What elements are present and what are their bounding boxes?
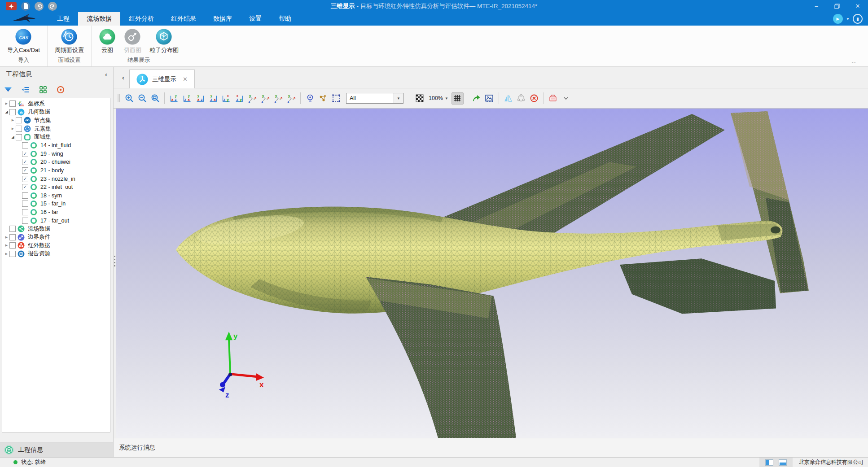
tree-item-几何数据[interactable]: ◢几何数据 xyxy=(2,108,110,117)
cancel-button[interactable] xyxy=(528,92,540,105)
tree-checkbox[interactable] xyxy=(16,117,22,123)
ribbon-collapse-icon[interactable]: ︿ xyxy=(851,58,856,65)
message-panel-header[interactable]: 系统运行消息 xyxy=(114,438,868,457)
expander-icon[interactable]: ▶ xyxy=(4,236,9,239)
menu-item-帮助[interactable]: 帮助 xyxy=(270,12,300,26)
sidebar-footer-bar[interactable]: 工程信息 xyxy=(0,442,113,457)
expander-icon[interactable]: ▶ xyxy=(4,252,9,256)
tree-checkbox[interactable] xyxy=(22,142,28,148)
tree-item-节点集[interactable]: ▶节点集 xyxy=(2,116,110,125)
ribbon-button-周期面设置[interactable]: 周期面设置 xyxy=(51,28,88,54)
viewport[interactable]: y x z xyxy=(114,109,868,438)
transparency-button[interactable] xyxy=(413,92,425,105)
expander-icon[interactable]: ▶ xyxy=(10,118,15,122)
view-iso-nw-button[interactable]: yzx xyxy=(259,92,271,105)
tree-checkbox[interactable]: ✓ xyxy=(22,167,28,174)
view-top-button[interactable]: zyx xyxy=(220,92,232,105)
tree-checkbox[interactable] xyxy=(22,209,28,215)
stamp-button[interactable] xyxy=(547,92,559,105)
tree-item-报告资源[interactable]: ▶报告资源 xyxy=(2,250,110,258)
view-front-button[interactable]: xzy xyxy=(168,92,180,105)
mirror-button[interactable] xyxy=(502,92,514,105)
zoom-level-combo[interactable]: 100%▼ xyxy=(429,95,448,101)
menu-item-工程[interactable]: 工程 xyxy=(48,12,78,26)
ring-pick-button[interactable] xyxy=(515,92,527,105)
tree-checkbox[interactable]: ✓ xyxy=(22,151,28,157)
undo-button[interactable] xyxy=(35,2,44,11)
minimize-button[interactable]: – xyxy=(806,0,827,12)
menu-item-流场数据[interactable]: 流场数据 xyxy=(78,12,120,26)
view-iso-se-button[interactable]: yzx xyxy=(272,92,284,105)
view-iso-sw-button[interactable]: yzx xyxy=(285,92,297,105)
expander-icon[interactable]: ◢ xyxy=(4,110,9,114)
expander-icon[interactable]: ▶ xyxy=(10,127,15,131)
layout-left-panel-icon[interactable] xyxy=(765,459,773,466)
tab-close-icon[interactable]: ✕ xyxy=(183,76,188,83)
tree-checkbox[interactable] xyxy=(9,242,16,249)
tree-item-14-int_fluid[interactable]: 14 - int_fluid xyxy=(2,141,110,150)
toolbar-grip[interactable] xyxy=(117,92,121,104)
tree-checkbox[interactable] xyxy=(22,192,28,199)
locate-target-icon[interactable] xyxy=(56,85,65,94)
view-iso-ne-button[interactable]: yzx xyxy=(246,92,258,105)
new-document-button[interactable] xyxy=(21,2,30,11)
tree-checkbox[interactable] xyxy=(9,109,16,115)
zoom-in-button[interactable] xyxy=(123,92,135,105)
snapshot-button[interactable] xyxy=(483,92,495,105)
zoom-caret-icon[interactable]: ▼ xyxy=(445,96,448,100)
tree-checkbox[interactable]: ✓ xyxy=(22,176,28,182)
ribbon-button-粒子分布图[interactable]: 粒子分布图 xyxy=(145,28,183,54)
3d-scene[interactable]: y x z xyxy=(116,109,868,438)
tree-item-17-far_out[interactable]: 17 - far_out xyxy=(2,216,110,225)
tree-item-22-inlet_out[interactable]: ✓22 - inlet_out xyxy=(2,183,110,192)
view-left-button[interactable]: xzy xyxy=(194,92,206,105)
expander-icon[interactable]: ◢ xyxy=(10,135,15,139)
view-bottom-button[interactable]: zyx xyxy=(233,92,245,105)
more-button[interactable] xyxy=(560,92,572,105)
outline-list-icon[interactable] xyxy=(21,85,30,94)
restore-button[interactable] xyxy=(827,0,847,12)
layout-bottom-panel-icon[interactable] xyxy=(779,459,787,466)
tree-checkbox[interactable]: ✓ xyxy=(22,184,28,190)
tree-item-元素集[interactable]: ▶元素集 xyxy=(2,125,110,133)
menu-item-红外结果[interactable]: 红外结果 xyxy=(162,12,205,26)
tab-scroll-left-icon[interactable]: ‹ xyxy=(122,74,124,81)
tree-checkbox[interactable] xyxy=(16,134,22,140)
tree-checkbox[interactable] xyxy=(9,226,16,232)
tree-item-18-sym[interactable]: 18 - sym xyxy=(2,192,110,200)
tree-item-19-wing[interactable]: ✓19 - wing xyxy=(2,150,110,158)
view-right-button[interactable]: zxy xyxy=(207,92,219,105)
export-view-button[interactable] xyxy=(470,92,482,105)
tree-checkbox[interactable] xyxy=(9,251,16,257)
tree-item-边界条件[interactable]: ▶边界条件 xyxy=(2,233,110,242)
ribbon-button-导入Cas/Dat[interactable]: cas导入Cas/Dat xyxy=(3,28,44,54)
zoom-fit-button[interactable] xyxy=(149,92,161,105)
expander-icon[interactable]: ▶ xyxy=(4,102,9,105)
tree-item-面域集[interactable]: ◢面域集 xyxy=(2,133,110,141)
tree-item-坐标系[interactable]: ▶yzx坐标系 xyxy=(2,100,110,108)
manual-icon[interactable]: ▮ xyxy=(853,14,863,24)
menu-caret-icon[interactable]: ▼ xyxy=(846,17,850,21)
display-filter-combo[interactable]: All▼ xyxy=(346,93,403,104)
particle-pick-button[interactable] xyxy=(317,92,329,105)
grid-blocks-icon[interactable] xyxy=(39,85,48,94)
media-icon[interactable]: ▶ xyxy=(833,14,843,24)
filter-icon[interactable] xyxy=(4,85,13,94)
menu-item-数据库[interactable]: 数据库 xyxy=(205,12,241,26)
tree-item-流场数据[interactable]: 流场数据 xyxy=(2,225,110,233)
tree-item-16-far[interactable]: 16 - far xyxy=(2,208,110,217)
sidebar-collapse-icon[interactable]: ‹ xyxy=(105,70,107,78)
tree-checkbox[interactable]: ✓ xyxy=(22,159,28,165)
tree-checkbox[interactable] xyxy=(22,201,28,207)
app-menu-button[interactable] xyxy=(6,2,17,10)
tree-item-20-chuiwei[interactable]: ✓20 - chuiwei xyxy=(2,158,110,166)
combo-dropdown-icon[interactable]: ▼ xyxy=(394,93,403,103)
expander-icon[interactable]: ▶ xyxy=(4,244,9,247)
zoom-out-button[interactable] xyxy=(136,92,148,105)
grid-toggle-button[interactable] xyxy=(452,92,464,105)
tree-item-15-far_in[interactable]: 15 - far_in xyxy=(2,200,110,208)
tree-item-红外数据[interactable]: ▶红外数据 xyxy=(2,241,110,250)
ribbon-button-云图[interactable]: 云图 xyxy=(95,28,120,54)
probe-button[interactable] xyxy=(304,92,316,105)
tree-checkbox[interactable] xyxy=(22,218,28,224)
